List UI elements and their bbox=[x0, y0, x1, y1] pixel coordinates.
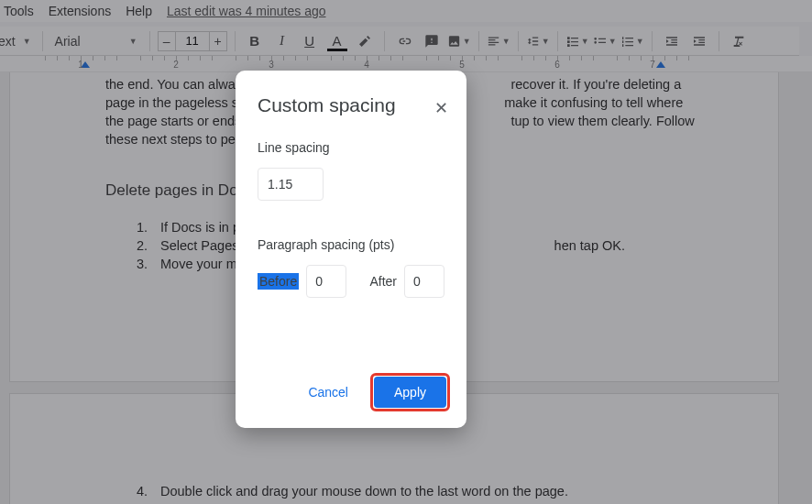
apply-button[interactable]: Apply bbox=[374, 377, 446, 408]
before-label: Before bbox=[258, 273, 299, 290]
cancel-button[interactable]: Cancel bbox=[291, 373, 365, 411]
dialog-title: Custom spacing bbox=[258, 94, 444, 116]
line-spacing-input[interactable]: 1.15 bbox=[258, 168, 324, 201]
close-icon[interactable]: ✕ bbox=[434, 98, 448, 118]
apply-button-highlight: Apply bbox=[370, 373, 450, 411]
line-spacing-label: Line spacing bbox=[258, 140, 444, 155]
custom-spacing-dialog: Custom spacing ✕ Line spacing 1.15 Parag… bbox=[236, 71, 466, 428]
after-label: After bbox=[369, 274, 397, 289]
after-input[interactable]: 0 bbox=[404, 265, 444, 298]
before-input[interactable]: 0 bbox=[306, 265, 346, 298]
paragraph-spacing-label: Paragraph spacing (pts) bbox=[258, 237, 444, 252]
